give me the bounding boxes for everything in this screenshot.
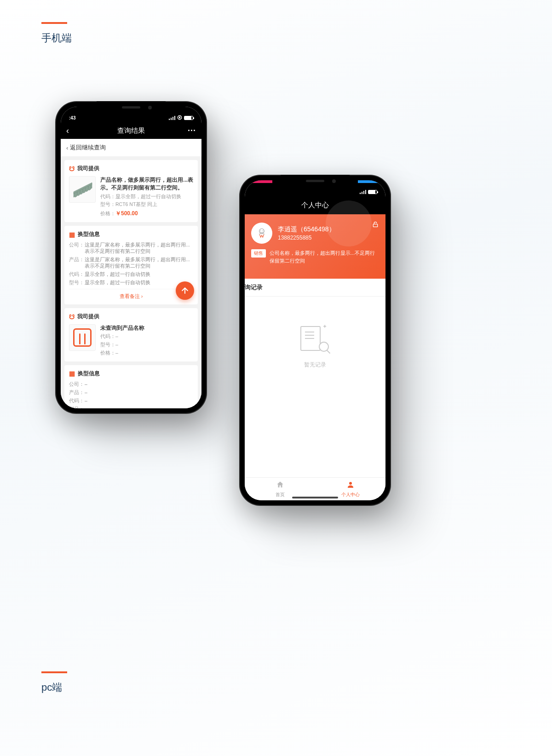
svg-rect-8	[373, 224, 377, 227]
nav-bar: ‹ 查询结果 ···	[61, 122, 201, 139]
accent-bar	[41, 671, 67, 673]
provide-icon: ☋	[69, 313, 75, 321]
product-thumbnail[interactable]	[69, 176, 96, 203]
svg-marker-4	[80, 189, 82, 195]
svg-marker-2	[75, 192, 77, 197]
profile-card: 李逍遥（6546498） 13882255885 销售 公司名称，最多两行，超出…	[245, 214, 385, 279]
transform-info-card-empty: ▦ 换型信息 公司：– 产品：– 代码：– 型号：–	[64, 365, 198, 409]
transform-icon: ▦	[69, 370, 75, 377]
lock-icon[interactable]	[372, 221, 379, 229]
empty-state: ✦ 暂无记录	[245, 297, 385, 396]
home-icon	[276, 481, 284, 491]
user-phone: 13882255885	[278, 235, 379, 241]
battery-icon	[368, 190, 377, 194]
phone-notch	[281, 175, 350, 187]
product-card-empty: ☋ 我司提供 未查询到产品名称 代码：– 型号：– 价格：–	[64, 308, 198, 361]
wifi-icon: ⦿	[177, 115, 182, 120]
phone-mockup-left: :43 ⦿ ‹ 查询结果 ··· ‹ 返回继续查询 ☋ 我司提供	[55, 101, 207, 414]
svg-point-10	[260, 230, 261, 231]
phone-notch	[97, 101, 166, 113]
product-card: ☋ 我司提供 产品名称，做多展示两行，超出用...表	[64, 160, 198, 222]
card-header: 我司提供	[77, 313, 99, 321]
transform-icon: ▦	[69, 231, 75, 238]
card-header: 我司提供	[77, 165, 99, 172]
empty-records-icon: ✦	[300, 324, 330, 354]
svg-marker-3	[78, 190, 80, 196]
svg-point-12	[349, 482, 352, 485]
battery-icon	[184, 116, 193, 120]
signal-icon	[169, 116, 175, 120]
back-icon[interactable]: ‹	[66, 126, 69, 136]
records-header: 询记录	[245, 279, 385, 297]
more-icon[interactable]: ···	[188, 126, 196, 136]
product-thumbnail-placeholder	[69, 324, 96, 351]
signal-icon	[360, 190, 366, 194]
empty-text: 暂无记录	[245, 361, 385, 369]
page-title: 查询结果	[61, 126, 201, 135]
phone-mockup-right: 个人中心 李逍遥（6546498） 13882255885 销售 公司名称，最多…	[239, 175, 391, 506]
svg-marker-6	[86, 186, 88, 192]
scroll-top-button[interactable]	[176, 281, 194, 300]
product-title: 未查询到产品名称	[100, 324, 193, 332]
product-title: 产品名称，做多展示两行，超出用...表示。不足两行则留有第二行空间。	[100, 176, 193, 192]
svg-marker-5	[83, 188, 85, 193]
section-pc-label: pc端	[41, 671, 67, 694]
person-icon	[346, 481, 355, 491]
card-header: 换型信息	[78, 370, 100, 378]
card-header: 换型信息	[78, 230, 100, 238]
home-indicator	[292, 497, 338, 498]
chevron-left-icon: ‹	[66, 144, 68, 151]
back-link[interactable]: ‹ 返回继续查询	[61, 139, 201, 156]
status-time: :43	[69, 115, 75, 120]
avatar[interactable]	[251, 223, 272, 244]
user-name: 李逍遥（6546498）	[278, 225, 379, 234]
accent-bar	[41, 22, 67, 24]
svg-point-11	[263, 230, 264, 231]
svg-marker-7	[89, 185, 91, 190]
company-name: 公司名称，最多两行，超出两行显示...不足两行保留第二行空间	[270, 249, 379, 264]
view-note-link[interactable]: 查看备注 ›	[69, 289, 193, 300]
product-price: ￥500.00	[115, 210, 138, 217]
provide-icon: ☋	[69, 165, 75, 172]
section-mobile-label: 手机端	[41, 22, 72, 45]
role-badge: 销售	[251, 249, 266, 258]
